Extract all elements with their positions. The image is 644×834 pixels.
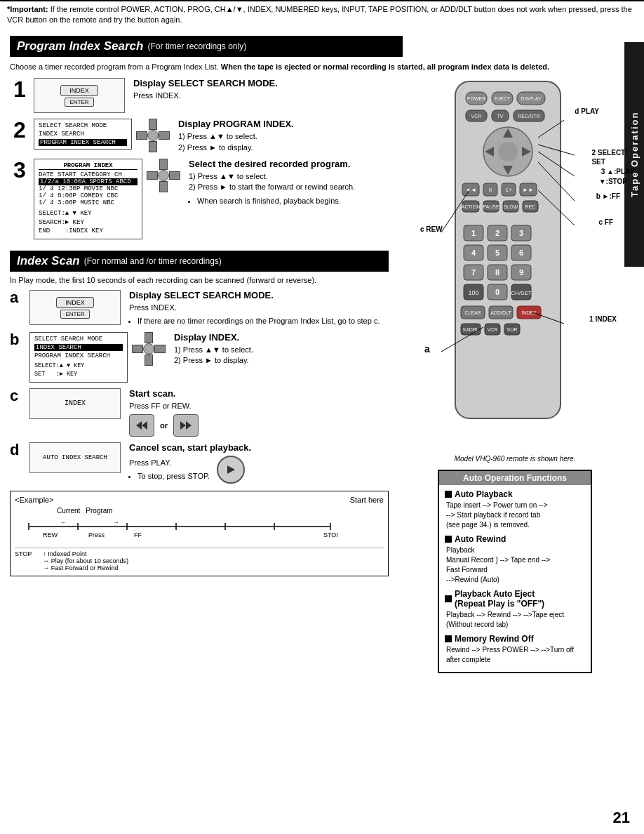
step-1-box: INDEX ENTER (34, 78, 125, 113)
timeline-header: <Example> Start here (15, 496, 384, 504)
step-3-desc: Select the desired recorded program. 1) … (185, 159, 389, 206)
program-index-search-header: Program Index Search (For timer recordin… (10, 36, 403, 57)
svg-text:6: 6 (519, 249, 523, 257)
model-caption: Model VHQ-960 remote is shown here. (434, 455, 596, 463)
index-scan-title: Index Scan (17, 254, 80, 268)
two-column-layout: 1 INDEX ENTER Display SELECT SEARCH MODE… (10, 78, 634, 673)
step-c-row: c INDEX Start scan. Press FF or REW. or (10, 388, 389, 437)
program-index-subtitle: (For timer recordings only) (147, 41, 246, 51)
main-content: Program Index Search (For timer recordin… (0, 30, 644, 681)
step-1-row: 1 INDEX ENTER Display SELECT SEARCH MODE… (10, 78, 389, 113)
remote-svg: POWER EJECT DISPLAY VCR TV REC/OTR (434, 78, 596, 450)
remote-label-down-stop: ▼:STOP (599, 178, 627, 185)
svg-text:VCR: VCR (488, 327, 498, 332)
play-button[interactable] (217, 456, 245, 484)
step-d-box: AUTO INDEX SEARCH (29, 442, 121, 473)
black-square-4 (445, 635, 452, 642)
remote-label-c-rew: c REW (420, 225, 443, 233)
timeline-bar-container: REW Press FF ← → STOP (22, 516, 377, 546)
svg-text:FF: FF (134, 531, 142, 538)
warning-text: If the remote control POWER, ACTION, PRO… (7, 5, 632, 24)
step-d-row: d AUTO INDEX SEARCH Cancel scan, start p… (10, 442, 389, 484)
remote-label-index: 1 INDEX (589, 315, 617, 323)
svg-text:7: 7 (471, 268, 476, 277)
svg-text:SUR: SUR (507, 327, 518, 332)
svg-text:5: 5 (495, 249, 499, 257)
playback-auto-eject-text: Playback --> Rewind --> -->Tape eject (W… (445, 610, 585, 630)
svg-text:REC/OTR: REC/OTR (518, 114, 540, 119)
svg-text:REW: REW (43, 531, 58, 538)
step-3-row: 3 PROGRAM INDEX DATE START CATEGORY CH 1… (10, 159, 389, 239)
timeline-col-labels: Current Program (15, 507, 384, 515)
svg-text:EJECT: EJECT (495, 96, 511, 101)
black-square-2 (445, 536, 452, 543)
step-3-screen: PROGRAM INDEX DATE START CATEGORY CH 1/2… (34, 159, 142, 239)
step-a-letter: a (10, 290, 25, 305)
remote-label-a: a (424, 343, 430, 355)
svg-text:Press: Press (88, 531, 105, 538)
svg-text:9: 9 (519, 268, 523, 277)
step-3-number: 3 (10, 159, 29, 181)
step-b-desc: Display INDEX. 1) Press ▲▼ to select. 2)… (170, 332, 389, 366)
step-a-box: INDEX ENTER (29, 290, 121, 325)
timeline-legend: STOP ↑ Indexed Point ↔ Play (for about 1… (15, 548, 384, 571)
step-1-number: 1 (10, 78, 29, 100)
program-index-intro: Choose a timer recorded program from a P… (10, 61, 634, 73)
svg-text:CLEAR: CLEAR (464, 310, 481, 315)
step-2-dpad (136, 119, 170, 152)
svg-text:8: 8 (495, 268, 499, 277)
svg-text:►►: ►► (523, 187, 534, 193)
step-b-letter: b (10, 332, 25, 348)
step-b-screen: SELECT SEARCH MODE INDEX SEARCH PROGRAM … (29, 332, 128, 383)
step-1-desc: Display SELECT SEARCH MODE. Press INDEX. (129, 78, 389, 101)
svg-text:STOP: STOP (323, 531, 337, 538)
memory-rewind-off-title: Memory Rewind Off (445, 634, 585, 644)
step-c-desc: Start scan. Press FF or REW. or (125, 388, 389, 437)
auto-playback-title: Auto Playback (445, 489, 585, 499)
svg-text:PAUSE: PAUSE (483, 204, 499, 209)
svg-text:II: II (489, 187, 492, 193)
step-d-desc: Cancel scan, start playback. Press PLAY.… (125, 442, 389, 484)
program-index-title: Program Index Search (17, 39, 143, 53)
svg-text:4: 4 (471, 249, 476, 257)
svg-marker-1 (142, 421, 147, 430)
warning-bar: *Important: If the remote control POWER,… (0, 0, 644, 30)
index-btn-a: INDEX (56, 297, 94, 308)
remote-label-up-play: 3 ▲:PLAY (601, 168, 634, 176)
memory-rewind-off-text: Rewind --> Press POWER --> -->Turn off a… (445, 645, 585, 665)
index-btn-1: INDEX (60, 85, 98, 96)
right-column: POWER EJECT DISPLAY VCR TV REC/OTR (396, 78, 634, 673)
svg-text:1: 1 (471, 229, 476, 237)
auto-ops-title: Auto Operation Functions (439, 471, 591, 485)
svg-text:ACTION: ACTION (462, 204, 480, 209)
svg-marker-4 (227, 465, 235, 474)
scan-intro: In Play mode, the first 10 seconds of ea… (10, 275, 389, 286)
svg-text:TV: TV (497, 114, 504, 119)
auto-rewind-title: Auto Rewind (445, 534, 585, 544)
remote-area: POWER EJECT DISPLAY VCR TV REC/OTR (434, 78, 596, 463)
svg-text:ADD/DLT: ADD/DLT (490, 310, 511, 315)
svg-marker-2 (180, 421, 186, 430)
svg-text:←: ← (60, 519, 67, 526)
svg-point-33 (498, 142, 518, 161)
step-2-number: 2 (10, 119, 29, 141)
svg-text:VCR: VCR (471, 114, 482, 119)
svg-text:POWER: POWER (467, 96, 485, 101)
step-c-letter: c (10, 388, 25, 404)
ff-button[interactable] (173, 414, 199, 437)
remote-label-b-ff: b ►:FF (596, 192, 620, 200)
index-scan-header: Index Scan (For normal and /or timer rec… (10, 251, 389, 272)
remote-label-d-play: d PLAY (575, 107, 599, 115)
step-b-row: b SELECT SEARCH MODE INDEX SEARCH PROGRA… (10, 332, 389, 383)
rew-button[interactable] (129, 414, 154, 437)
step-2-row: 2 SELECT SEARCH MODE INDEX SEARCH PROGRA… (10, 119, 389, 153)
svg-text:CH/SET: CH/SET (511, 290, 531, 296)
svg-text:3: 3 (519, 229, 523, 237)
page-number: 21 (613, 809, 630, 827)
step-b-dpad (132, 332, 166, 366)
svg-text:1+: 1+ (505, 187, 511, 193)
svg-marker-3 (186, 421, 192, 430)
timeline-section: <Example> Start here Current Program (10, 491, 389, 576)
step-3-dpad (147, 159, 180, 192)
svg-text:◄◄: ◄◄ (465, 187, 476, 193)
